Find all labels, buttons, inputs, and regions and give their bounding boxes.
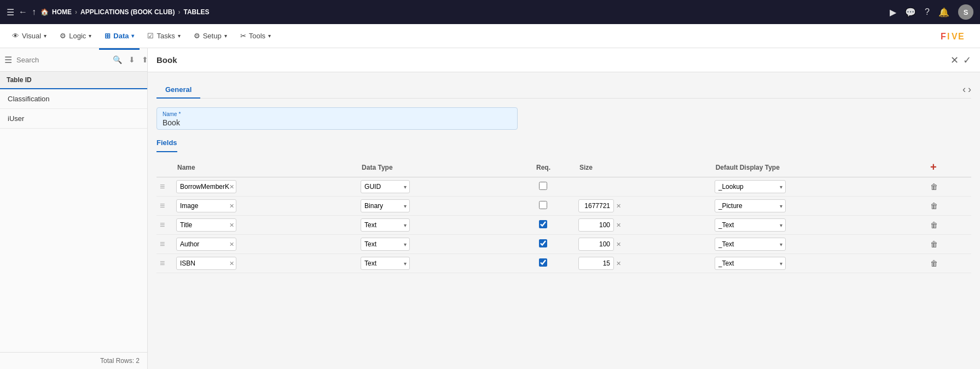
sidebar-item-tasks[interactable]: ☑ Tasks ▾ xyxy=(142,28,185,43)
delete-field-button[interactable]: 🗑 xyxy=(929,200,939,211)
display-type-select[interactable]: _Lookup_Picture_Text_TextArea_Number_Che… xyxy=(715,218,786,232)
field-name-clear[interactable]: ✕ xyxy=(229,183,234,191)
tasks-icon: ☑ xyxy=(147,32,154,40)
display-type-select[interactable]: _Lookup_Picture_Text_TextArea_Number_Che… xyxy=(715,257,786,270)
play-icon[interactable]: ▶ xyxy=(890,7,896,18)
breadcrumb: 🏠 HOME › APPLICATIONS (BOOK CLUB) › TABL… xyxy=(40,8,210,16)
home-icon: 🏠 xyxy=(40,8,49,16)
setup-icon: ⚙ xyxy=(194,32,200,40)
display-type-select-wrap: _Lookup_Picture_Text_TextArea_Number_Che… xyxy=(715,238,786,251)
top-bar: ☰ ← ↑ 🏠 HOME › APPLICATIONS (BOOK CLUB) … xyxy=(0,0,980,24)
required-checkbox[interactable] xyxy=(539,239,547,247)
data-type-select[interactable]: GUIDBinaryTextIntegerDecimalBooleanDateD… xyxy=(361,257,410,270)
field-name-input[interactable] xyxy=(180,183,229,191)
size-input[interactable] xyxy=(578,218,614,232)
home-label[interactable]: HOME xyxy=(52,8,72,16)
data-type-select[interactable]: GUIDBinaryTextIntegerDecimalBooleanDateD… xyxy=(361,199,410,212)
field-name-input[interactable] xyxy=(180,202,229,210)
tools-icon: ✂ xyxy=(240,32,246,40)
required-checkbox[interactable] xyxy=(539,220,547,228)
display-type-select[interactable]: _Lookup_Picture_Text_TextArea_Number_Che… xyxy=(715,180,786,193)
sidebar-item-iuser[interactable]: iUser xyxy=(0,109,147,129)
size-clear[interactable]: ✕ xyxy=(616,241,621,248)
drag-handle[interactable]: ≡ xyxy=(160,201,165,210)
sidebar-hamburger[interactable]: ☰ xyxy=(4,55,12,65)
delete-field-button[interactable]: 🗑 xyxy=(929,181,939,192)
search-icon[interactable]: 🔍 xyxy=(111,54,124,65)
size-cell: ✕ xyxy=(578,199,708,212)
table-label[interactable]: TABLES xyxy=(183,8,209,16)
panel-tabs-left: General xyxy=(156,81,200,98)
data-type-select-wrap: GUIDBinaryTextIntegerDecimalBooleanDateD… xyxy=(361,238,410,251)
delete-field-button[interactable]: 🗑 xyxy=(929,258,939,269)
eye-icon: 👁 xyxy=(12,32,19,40)
data-label: Data xyxy=(113,32,129,40)
name-field: Name * xyxy=(156,107,518,130)
name-field-input[interactable] xyxy=(163,118,512,127)
up-icon[interactable]: ↑ xyxy=(32,7,36,17)
help-icon[interactable]: ? xyxy=(925,7,930,17)
display-type-select[interactable]: _Lookup_Picture_Text_TextArea_Number_Che… xyxy=(715,199,786,212)
sidebar-toolbar: ☰ 🔍 ⬇ ⬆ ⚡ + xyxy=(0,48,147,72)
close-icon[interactable]: ✕ xyxy=(950,54,959,66)
tab-general[interactable]: General xyxy=(156,81,200,98)
search-input[interactable] xyxy=(16,51,108,68)
app-label[interactable]: APPLICATIONS (BOOK CLUB) xyxy=(80,8,175,16)
sidebar-item-logic[interactable]: ⚙ Logic ▾ xyxy=(54,28,97,43)
next-arrow-button[interactable]: › xyxy=(968,84,971,95)
prev-arrow-button[interactable]: ‹ xyxy=(962,84,966,95)
panel-title: Book xyxy=(156,55,950,65)
drag-handle[interactable]: ≡ xyxy=(160,258,165,268)
delete-field-button[interactable]: 🗑 xyxy=(929,239,939,250)
data-type-select[interactable]: GUIDBinaryTextIntegerDecimalBooleanDateD… xyxy=(361,218,410,232)
main-layout: ☰ 🔍 ⬇ ⬆ ⚡ + Table ID Classification iUse… xyxy=(0,48,980,369)
download-icon[interactable]: ⬇ xyxy=(126,54,137,65)
avatar[interactable]: S xyxy=(958,4,973,20)
svg-text:I: I xyxy=(947,32,949,41)
required-checkbox[interactable] xyxy=(539,182,547,190)
required-checkbox[interactable] xyxy=(539,201,547,209)
data-type-select[interactable]: GUIDBinaryTextIntegerDecimalBooleanDateD… xyxy=(361,238,410,251)
field-name-input[interactable] xyxy=(180,221,229,229)
display-type-select[interactable]: _Lookup_Picture_Text_TextArea_Number_Che… xyxy=(715,238,786,251)
field-name-input[interactable] xyxy=(180,240,229,248)
bubble-icon[interactable]: 💬 xyxy=(905,7,916,18)
size-input[interactable] xyxy=(578,199,614,212)
drag-handle[interactable]: ≡ xyxy=(160,220,165,229)
field-name-clear[interactable]: ✕ xyxy=(229,222,234,229)
drag-handle[interactable]: ≡ xyxy=(160,239,165,249)
required-checkbox[interactable] xyxy=(539,258,547,267)
col-req: Req. xyxy=(512,158,575,177)
breadcrumb-sep-2: › xyxy=(178,8,180,16)
back-icon[interactable]: ← xyxy=(19,7,27,17)
size-input[interactable] xyxy=(578,257,614,270)
add-field-button[interactable]: + xyxy=(930,161,937,174)
menu-icon[interactable]: ☰ xyxy=(7,7,14,18)
display-type-select-wrap: _Lookup_Picture_Text_TextArea_Number_Che… xyxy=(715,199,786,212)
size-input[interactable] xyxy=(578,238,614,251)
size-cell: ✕ xyxy=(578,257,708,270)
fields-tab-label[interactable]: Fields xyxy=(156,139,177,152)
table-row: ≡ ✕ GUIDBinaryTextIntegerDecimalBooleanD… xyxy=(156,235,971,254)
tools-label: Tools xyxy=(249,32,265,40)
check-icon[interactable]: ✓ xyxy=(963,54,971,66)
size-clear[interactable]: ✕ xyxy=(616,222,621,229)
field-name-clear[interactable]: ✕ xyxy=(229,241,234,248)
bell-icon[interactable]: 🔔 xyxy=(938,7,949,18)
field-name-input[interactable] xyxy=(180,260,229,267)
size-clear[interactable]: ✕ xyxy=(616,203,621,210)
drag-handle[interactable]: ≡ xyxy=(160,182,165,191)
sidebar-item-data[interactable]: ⊞ Data ▾ xyxy=(99,28,140,43)
size-clear[interactable]: ✕ xyxy=(616,260,621,267)
setup-caret: ▾ xyxy=(224,33,227,39)
panel-header-actions: ✕ ✓ xyxy=(950,54,971,66)
sidebar-item-classification[interactable]: Classification xyxy=(0,89,147,109)
sidebar-item-visual[interactable]: 👁 Visual ▾ xyxy=(7,28,52,43)
field-name-clear[interactable]: ✕ xyxy=(229,203,234,210)
sidebar-item-tools[interactable]: ✂ Tools ▾ xyxy=(235,28,276,43)
data-type-select[interactable]: GUIDBinaryTextIntegerDecimalBooleanDateD… xyxy=(361,180,410,193)
sidebar-item-setup[interactable]: ⚙ Setup ▾ xyxy=(188,28,233,43)
data-type-select-wrap: GUIDBinaryTextIntegerDecimalBooleanDateD… xyxy=(361,199,410,212)
delete-field-button[interactable]: 🗑 xyxy=(929,220,939,230)
field-name-clear[interactable]: ✕ xyxy=(229,260,234,267)
